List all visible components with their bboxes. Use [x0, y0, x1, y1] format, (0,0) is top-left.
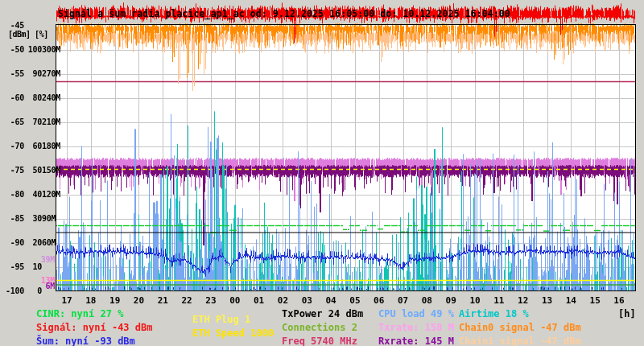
x-axis-hour-label: 05 — [343, 295, 367, 306]
x-axis-hour-label: 04 — [319, 295, 343, 306]
legend-item: Chain1 signal -47 dBm — [459, 336, 581, 346]
x-axis-hour-label: 03 — [295, 295, 319, 306]
x-axis-hour-label: 10 — [463, 295, 487, 306]
x-axis-hour-label: 13 — [535, 295, 559, 306]
x-axis-hour-label: 14 — [559, 295, 583, 306]
legend-item: Rxrate: 145 M — [378, 336, 454, 346]
signal-noise-chart — [0, 0, 644, 346]
x-axis-hour-label: 11 — [487, 295, 511, 306]
y-axis-row: -6570210M — [0, 117, 56, 126]
y-axis-row: -902060M — [0, 238, 56, 247]
x-axis-hour-label: 21 — [151, 295, 175, 306]
x-axis-hour-label: 17 — [55, 295, 79, 306]
legend-item: Freq 5740 MHz — [282, 336, 357, 346]
y-axis-unit-label: [dBm] [%] — [8, 30, 55, 39]
y-axis-row: -45 — [0, 21, 56, 30]
legend-item: CINR: nyní 27 % — [36, 308, 123, 319]
x-axis-hour-label: 22 — [175, 295, 199, 306]
x-axis-hour-label: 20 — [126, 295, 151, 306]
x-axis-hour-label: 01 — [247, 295, 271, 306]
legend-item: Chain0 signal -47 dBm — [459, 322, 581, 333]
y-axis-row: -7060180M — [0, 142, 56, 150]
y-axis-row: -6080240M — [0, 93, 56, 102]
y-axis-row: -8040120M — [0, 190, 56, 199]
x-axis-hour-label: 00 — [223, 295, 247, 306]
chart-title: Signál a šum radia placice_ap1_ac od: 9.… — [58, 8, 510, 19]
x-axis-hour-label: 23 — [199, 295, 223, 306]
legend-item: TxPower 24 dBm — [282, 308, 363, 319]
x-axis-hour-label: 15 — [583, 295, 607, 306]
y-axis-row: -5590270M — [0, 69, 56, 78]
legend-item: ETH Plug 1 — [192, 314, 250, 325]
y-axis-row: -50100300M — [0, 45, 56, 54]
x-axis-hour-label: 16 — [607, 295, 631, 306]
axis-extra-label-6M: 6M — [0, 282, 56, 290]
x-axis-hour-label: 08 — [415, 295, 439, 306]
legend-item: Connections 2 — [282, 322, 357, 333]
y-axis-row: -853090M — [0, 214, 56, 223]
x-axis-hour-label: 19 — [103, 295, 127, 306]
axis-extra-label-39M: 39M — [0, 255, 56, 264]
x-axis-hour-label: 02 — [270, 295, 295, 306]
legend-item: Šum: nyní -93 dBm — [36, 336, 135, 346]
x-axis-hour-label: 09 — [439, 295, 463, 306]
y-axis-row: -7550150M — [0, 166, 56, 175]
rrd-monitoring-page: Signál a šum radia placice_ap1_ac od: 9.… — [0, 0, 644, 346]
x-axis-unit-label: [h] — [618, 308, 636, 319]
x-axis-hour-label: 12 — [511, 295, 535, 306]
legend-item: CPU load 49 % — [378, 308, 454, 319]
legend-item: ETH Speed 1000 — [192, 327, 274, 339]
x-axis-hour-label: 06 — [367, 295, 391, 306]
x-axis-hour-label: 07 — [391, 295, 415, 306]
x-axis-hour-label: 18 — [79, 295, 103, 306]
legend-item: Signál: nyní -43 dBm — [36, 322, 153, 333]
legend-item: Txrate: 158 M — [378, 322, 454, 333]
legend-item: Airtime 18 % — [459, 308, 529, 319]
